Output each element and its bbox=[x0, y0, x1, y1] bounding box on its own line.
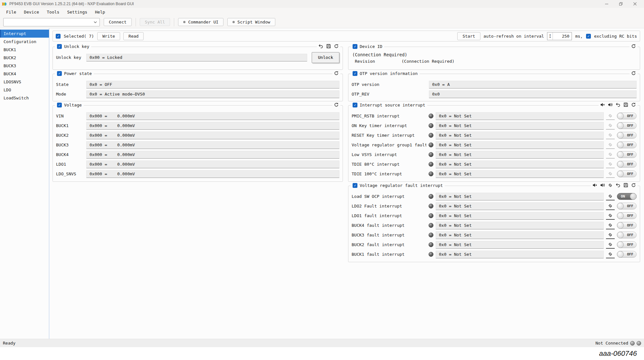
interrupt-row-field[interactable]: 0x0 = Not Set bbox=[436, 222, 604, 229]
sidebar-item-buck4[interactable]: BUCK4 bbox=[0, 70, 49, 78]
sidebar-item-ldo[interactable]: LDO bbox=[0, 86, 49, 94]
eraser-icon[interactable] bbox=[606, 241, 615, 249]
menu-tools[interactable]: Tools bbox=[43, 9, 63, 15]
voltage-row-field[interactable]: 0x000 = 0.000mV bbox=[86, 161, 339, 168]
interrupt-toggle[interactable]: OFF bbox=[617, 251, 637, 258]
unlock-button[interactable]: Unlock bbox=[312, 52, 339, 63]
refresh-icon[interactable] bbox=[631, 102, 636, 107]
script-window-button[interactable]: Script Window bbox=[227, 18, 275, 26]
interrupt-toggle[interactable]: OFF bbox=[617, 132, 637, 139]
interrupt-toggle[interactable]: OFF bbox=[617, 161, 637, 168]
interrupt-toggle[interactable]: ON bbox=[617, 193, 637, 200]
voltage-row-field[interactable]: 0x000 = 0.000mV bbox=[86, 122, 339, 130]
refresh-icon[interactable] bbox=[334, 44, 339, 49]
eraser-icon[interactable] bbox=[606, 231, 615, 239]
otp-rev-field[interactable]: 0x0 bbox=[429, 90, 637, 98]
interrupt-row-field[interactable]: 0x0 = Not Set bbox=[436, 170, 604, 178]
save-icon[interactable] bbox=[623, 102, 628, 107]
device-id-panel-checkbox[interactable]: ✓ bbox=[353, 44, 357, 49]
interrupt-toggle[interactable]: OFF bbox=[617, 212, 637, 219]
interrupt-row-field[interactable]: 0x0 = Not Set bbox=[436, 202, 604, 210]
interrupt-row-field[interactable]: 0x0 = Not Set bbox=[436, 212, 604, 220]
voltage-row-field[interactable]: 0x000 = 0.000mV bbox=[86, 112, 339, 120]
voltage-row-field[interactable]: 0x000 = 0.000mV bbox=[86, 170, 339, 178]
vr-fault-panel-checkbox[interactable]: ✓ bbox=[353, 183, 357, 188]
menu-settings[interactable]: Settings bbox=[63, 9, 91, 15]
connect-button[interactable]: Connect bbox=[104, 18, 132, 26]
unlock-key-field[interactable]: 0x00 = Locked bbox=[86, 54, 307, 61]
voltage-panel-checkbox[interactable]: ✓ bbox=[57, 103, 62, 107]
interrupt-row-field[interactable]: 0x0 = Not Set bbox=[436, 141, 604, 149]
eraser-icon[interactable] bbox=[606, 250, 615, 258]
interrupt-toggle[interactable]: OFF bbox=[617, 222, 637, 229]
interrupt-row-field[interactable]: 0x0 = Not Set bbox=[436, 112, 604, 120]
speaker-icon[interactable] bbox=[608, 102, 613, 107]
undo-icon[interactable] bbox=[616, 183, 620, 188]
refresh-icon[interactable] bbox=[334, 71, 339, 76]
refresh-icon[interactable] bbox=[631, 71, 636, 76]
refresh-icon[interactable] bbox=[334, 102, 339, 107]
interrupt-source-panel-checkbox[interactable]: ✓ bbox=[353, 103, 357, 107]
commander-ui-button[interactable]: Commander UI bbox=[178, 18, 223, 26]
sidebar-item-configuration[interactable]: Configuration bbox=[0, 38, 49, 46]
menu-device[interactable]: Device bbox=[20, 9, 43, 15]
sidebar-item-buck1[interactable]: BUCK1 bbox=[0, 46, 49, 54]
otp-version-panel-checkbox[interactable]: ✓ bbox=[353, 71, 357, 76]
unlock-key-panel-checkbox[interactable]: ✓ bbox=[57, 44, 62, 49]
sidebar-item-buck3[interactable]: BUCK3 bbox=[0, 62, 49, 70]
excluding-rc-checkbox[interactable]: ✓ bbox=[586, 34, 591, 39]
sidebar-item-loadswitch[interactable]: LoadSwitch bbox=[0, 94, 49, 102]
interrupt-toggle[interactable]: OFF bbox=[617, 203, 637, 209]
refresh-icon[interactable] bbox=[631, 183, 636, 188]
close-icon[interactable] bbox=[628, 0, 642, 8]
state-field[interactable]: 0x0 = OFF bbox=[86, 81, 339, 88]
interrupt-row-field[interactable]: 0x0 = Not Set bbox=[436, 151, 604, 159]
interrupt-toggle[interactable]: OFF bbox=[617, 113, 637, 119]
interrupt-row-field[interactable]: 0x0 = Not Set bbox=[436, 132, 604, 139]
interrupt-toggle[interactable]: OFF bbox=[617, 122, 637, 129]
interrupt-toggle[interactable]: OFF bbox=[617, 142, 637, 148]
eraser-icon[interactable] bbox=[606, 202, 615, 210]
interrupt-row-field[interactable]: 0x0 = Not Set bbox=[436, 241, 604, 249]
mute-icon[interactable] bbox=[600, 102, 605, 107]
interrupt-row-field[interactable]: 0x0 = Not Set bbox=[436, 122, 604, 130]
otp-version-field[interactable]: 0x0 = A bbox=[429, 81, 637, 88]
eraser-icon[interactable] bbox=[606, 221, 615, 229]
menu-help[interactable]: Help bbox=[91, 9, 109, 15]
sidebar-item-interrupt[interactable]: Interrupt bbox=[0, 30, 49, 38]
read-button[interactable]: Read bbox=[123, 32, 144, 40]
write-button[interactable]: Write bbox=[97, 32, 120, 40]
undo-icon[interactable] bbox=[318, 44, 323, 49]
voltage-row-field[interactable]: 0x000 = 0.000mV bbox=[86, 151, 339, 159]
interval-spinbox[interactable]: ▲▼ 250 bbox=[547, 32, 572, 40]
device-combobox[interactable] bbox=[3, 18, 100, 26]
refresh-icon[interactable] bbox=[631, 44, 636, 49]
undo-icon[interactable] bbox=[616, 102, 620, 107]
interrupt-row-field[interactable]: 0x0 = Not Set bbox=[436, 231, 604, 239]
mute-icon[interactable] bbox=[592, 183, 597, 188]
interrupt-row-field[interactable]: 0x0 = Not Set bbox=[436, 161, 604, 168]
interrupt-toggle[interactable]: OFF bbox=[617, 241, 637, 248]
power-state-panel-checkbox[interactable]: ✓ bbox=[57, 71, 62, 76]
minimize-icon[interactable] bbox=[600, 0, 614, 8]
selected-checkbox[interactable]: ✓ bbox=[56, 34, 61, 39]
eraser-icon[interactable] bbox=[606, 212, 615, 220]
sidebar-item-ldosnvs[interactable]: LDOSNVS bbox=[0, 78, 49, 86]
mode-field[interactable]: 0x0 = Active mode–DVS0 bbox=[86, 90, 339, 98]
eraser-icon[interactable] bbox=[606, 192, 615, 200]
eraser-icon[interactable] bbox=[608, 183, 613, 188]
interval-value[interactable]: 250 bbox=[553, 32, 572, 40]
spinner-arrows-icon[interactable]: ▲▼ bbox=[547, 32, 553, 40]
interrupt-row-field[interactable]: 0x0 = Not Set bbox=[436, 251, 604, 258]
interrupt-toggle[interactable]: OFF bbox=[617, 171, 637, 177]
interrupt-toggle[interactable]: OFF bbox=[617, 151, 637, 158]
menu-file[interactable]: File bbox=[3, 9, 20, 15]
voltage-row-field[interactable]: 0x000 = 0.000mV bbox=[86, 132, 339, 139]
voltage-row-field[interactable]: 0x000 = 0.000mV bbox=[86, 141, 339, 149]
restore-icon[interactable] bbox=[614, 0, 628, 8]
interrupt-row-field[interactable]: 0x0 = Not Set bbox=[436, 193, 604, 200]
speaker-icon[interactable] bbox=[600, 183, 605, 188]
save-icon[interactable] bbox=[326, 44, 331, 49]
start-button[interactable]: Start bbox=[457, 32, 480, 40]
sidebar-item-buck2[interactable]: BUCK2 bbox=[0, 54, 49, 62]
